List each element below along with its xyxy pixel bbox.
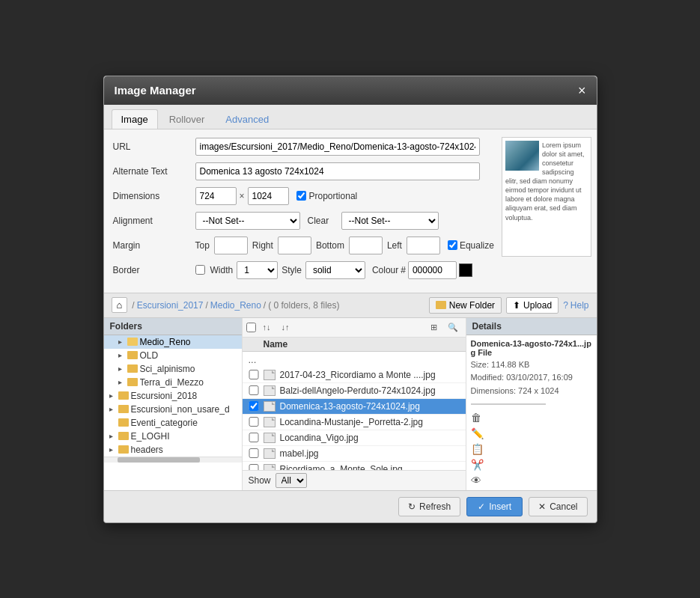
file-row[interactable]: mabel.jpg: [243, 446, 466, 462]
tree-item-headers[interactable]: ▸ headers: [104, 443, 242, 457]
tree-item-escursioni-2018[interactable]: ▸ Escursioni_2018: [104, 389, 242, 403]
colour-swatch[interactable]: [459, 263, 472, 277]
modal-header: Image Manager ×: [104, 76, 597, 105]
file-icon-1: [264, 370, 276, 380]
details-view-button[interactable]: 👁: [471, 474, 592, 487]
tree-toggle-old: ▸: [116, 351, 125, 360]
height-input[interactable]: [248, 187, 289, 205]
tree-h-scrollbar[interactable]: [104, 457, 242, 463]
breadcrumb-path1[interactable]: Escursioni_2017: [137, 300, 204, 311]
fm-toolbar: ⌂ / Escursioni_2017 / Medio_Reno / ( 0 f…: [104, 293, 597, 318]
details-copy-button[interactable]: 📋: [471, 442, 592, 456]
margin-right-input[interactable]: [278, 237, 311, 254]
file-row[interactable]: Locandina_Vigo.jpg: [243, 430, 466, 446]
alt-input[interactable]: [195, 162, 480, 180]
modal-close-button[interactable]: ×: [578, 84, 586, 97]
file-row[interactable]: Ricordiamo_a_Monte_Sole.jpg: [243, 462, 466, 470]
upload-button[interactable]: ⬆ Upload: [506, 297, 559, 314]
colour-input[interactable]: [408, 261, 457, 279]
right-label: Right: [252, 240, 273, 251]
tree-toggle-eventi: [107, 418, 116, 427]
file-list-toolbar: ↑↓ ↓↑ ⊞ 🔍: [243, 318, 466, 338]
margin-left-input[interactable]: [407, 237, 440, 254]
colour-label: Colour: [372, 265, 398, 275]
modal-footer: ↻ Refresh ✓ Insert ✕ Cancel: [104, 490, 597, 522]
details-panel: Details Domenica-13-agosto-724x1...jpg F…: [466, 318, 597, 490]
border-style-label: Style: [281, 265, 302, 275]
tree-item-e-loghi[interactable]: ▸ E_LOGHI: [104, 430, 242, 443]
show-select[interactable]: All: [276, 473, 307, 488]
file-list-select-all[interactable]: [246, 323, 256, 332]
search-button[interactable]: 🔍: [444, 320, 462, 335]
top-label: Top: [195, 240, 210, 251]
cancel-button[interactable]: ✕ Cancel: [529, 497, 587, 516]
alignment-select[interactable]: --Not Set--: [195, 212, 300, 230]
tree-label-headers: headers: [131, 445, 163, 455]
tree-toggle-sci: ▸: [116, 364, 125, 373]
file-row-selected[interactable]: Domenica-13-agosto-724x1024.jpg: [243, 399, 466, 415]
file-check-5[interactable]: [249, 433, 259, 442]
url-input[interactable]: [195, 138, 480, 156]
file-icon-2: [264, 385, 276, 396]
border-style-select[interactable]: solid: [305, 261, 365, 279]
details-cut-button[interactable]: ✂️: [471, 458, 592, 472]
file-row[interactable]: Balzi-dellAngelo-Perduto-724x1024.jpg: [243, 383, 466, 399]
width-input[interactable]: [195, 187, 237, 205]
tab-bar: Image Rollover Advanced: [104, 105, 597, 129]
breadcrumb-path2[interactable]: Medio_Reno: [210, 300, 261, 311]
margin-top-input[interactable]: [214, 237, 248, 254]
tree-item-escursioni-non-usare[interactable]: ▸ Escursioni_non_usare_d: [104, 403, 242, 416]
image-manager-modal: Image Manager × Image Rollover Advanced …: [103, 76, 597, 523]
equalize-label[interactable]: Equalize: [448, 240, 494, 251]
tree-item-eventi-categorie[interactable]: Eventi_categorie: [104, 416, 242, 430]
tab-image[interactable]: Image: [112, 109, 158, 129]
refresh-icon: ↻: [408, 501, 416, 512]
proportional-checkbox[interactable]: [296, 191, 306, 201]
margin-bottom-input[interactable]: [349, 237, 383, 254]
details-dimensions: Dimensions: 724 x 1024: [471, 385, 592, 398]
tab-rollover[interactable]: Rollover: [159, 109, 215, 129]
refresh-button[interactable]: ↻ Refresh: [398, 497, 460, 516]
new-folder-button[interactable]: New Folder: [429, 297, 502, 314]
file-check-6[interactable]: [249, 448, 259, 458]
equalize-checkbox[interactable]: [448, 240, 457, 250]
file-row[interactable]: Locandina-Mustanje-_Porretta-2.jpg: [243, 415, 466, 430]
file-check-4[interactable]: [249, 417, 259, 427]
file-row[interactable]: 2017-04-23_Ricordiamo a Monte ....jpg: [243, 367, 466, 383]
file-name-5: Locandina_Vigo.jpg: [280, 433, 460, 443]
margin-group: Top Right Bottom Left Equalize: [195, 237, 494, 254]
file-manager: ⌂ / Escursioni_2017 / Medio_Reno / ( 0 f…: [104, 293, 597, 490]
margin-label: Margin: [113, 240, 195, 251]
margin-row: Margin Top Right Bottom Left: [113, 236, 494, 255]
border-row: Border Width 1 Style solid: [113, 260, 494, 280]
tab-advanced[interactable]: Advanced: [216, 109, 279, 129]
file-row-ellipsis[interactable]: ...: [243, 352, 466, 367]
details-delete-button[interactable]: 🗑: [471, 411, 592, 424]
left-label: Left: [387, 240, 402, 251]
tree-item-terra-di-mezzo[interactable]: ▸ Terra_di_Mezzo: [104, 376, 242, 389]
tree-item-sci-alpinismo[interactable]: ▸ Sci_alpinismo: [104, 362, 242, 376]
tree-item-old[interactable]: ▸ OLD: [104, 349, 242, 362]
tree-label-medio-reno: Medio_Reno: [140, 337, 191, 347]
file-check-2[interactable]: [249, 385, 259, 395]
tree-item-medio-reno[interactable]: ▸ Medio_Reno: [104, 335, 242, 349]
thumbnail-image: [505, 141, 539, 171]
border-width-select[interactable]: 1: [237, 261, 278, 279]
border-checkbox[interactable]: [195, 265, 205, 275]
folder-icon-sci: [127, 364, 138, 373]
sort-desc-button[interactable]: ↓↑: [278, 320, 293, 334]
details-thumbnail: [471, 403, 546, 405]
details-edit-button[interactable]: ✏️: [471, 427, 592, 440]
proportional-label[interactable]: Proportional: [296, 191, 358, 201]
help-button[interactable]: ? Help: [563, 300, 588, 311]
cancel-icon: ✕: [538, 501, 546, 512]
sort-asc-button[interactable]: ↑↓: [259, 320, 275, 334]
file-check-7[interactable]: [249, 464, 259, 470]
dimensions-group: × Proportional: [195, 187, 358, 205]
view-grid-button[interactable]: ⊞: [427, 320, 441, 335]
home-button[interactable]: ⌂: [112, 297, 128, 313]
file-check-3[interactable]: [249, 401, 259, 411]
insert-button[interactable]: ✓ Insert: [466, 497, 523, 516]
file-check-1[interactable]: [249, 370, 259, 379]
clear-select[interactable]: --Not Set--: [341, 212, 439, 230]
